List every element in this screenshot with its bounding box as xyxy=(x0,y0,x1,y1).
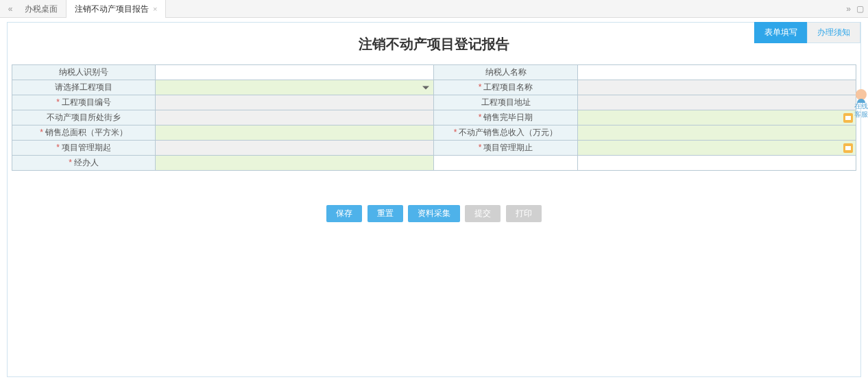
field-sale-done-date[interactable] xyxy=(577,110,856,125)
tab-current[interactable]: 注销不动产项目报告 × xyxy=(67,0,166,18)
tab-desktop[interactable]: 办税桌面 xyxy=(16,0,67,18)
input-total-revenue[interactable] xyxy=(578,125,856,140)
online-help-label: 在线客服 xyxy=(854,102,868,118)
label-total-area: *销售总面积（平方米） xyxy=(12,125,156,141)
label-period-start: *项目管理期起 xyxy=(12,141,156,156)
field-total-revenue[interactable] xyxy=(577,125,856,141)
field-select-project[interactable] xyxy=(156,80,434,95)
input-project-no xyxy=(156,95,433,110)
label-select-project: 请选择工程项目 xyxy=(12,80,156,95)
field-project-no xyxy=(156,95,434,110)
close-icon[interactable]: × xyxy=(153,0,157,18)
field-project-name xyxy=(577,80,856,95)
page-title: 注销不动产项目登记报告 xyxy=(8,23,860,64)
input-project-name xyxy=(578,80,856,95)
input-period-start xyxy=(156,141,433,155)
label-total-revenue: *不动产销售总收入（万元） xyxy=(434,125,577,141)
field-empty xyxy=(577,156,856,171)
save-button[interactable]: 保存 xyxy=(326,205,362,222)
input-taxpayer-name xyxy=(578,65,856,80)
tabs-scroll-left-icon[interactable]: « xyxy=(4,4,16,14)
field-total-area[interactable] xyxy=(156,125,434,141)
online-help[interactable]: 在线客服 xyxy=(854,89,868,119)
label-project-addr: 工程项目地址 xyxy=(434,95,577,110)
print-button: 打印 xyxy=(506,205,542,222)
label-taxpayer-id: 纳税人识别号 xyxy=(12,65,156,80)
field-taxpayer-id xyxy=(156,65,434,80)
input-select-project[interactable] xyxy=(156,80,433,95)
help-avatar-icon xyxy=(856,89,867,100)
chevron-down-icon[interactable] xyxy=(422,86,429,89)
reset-button[interactable]: 重置 xyxy=(367,205,403,222)
collect-button[interactable]: 资料采集 xyxy=(408,205,460,222)
tabs-scroll-right-icon[interactable]: » xyxy=(846,4,851,14)
label-period-end: *项目管理期止 xyxy=(434,141,577,156)
calendar-icon[interactable] xyxy=(843,143,853,153)
field-operator[interactable] xyxy=(156,156,434,171)
input-sale-done-date[interactable] xyxy=(578,110,856,125)
tab-current-label: 注销不动产项目报告 xyxy=(75,0,149,18)
window-control-icon[interactable]: ▢ xyxy=(856,4,864,14)
field-taxpayer-name xyxy=(577,65,856,80)
label-taxpayer-name: 纳税人名称 xyxy=(434,65,577,80)
label-project-name: *工程项目名称 xyxy=(434,80,577,95)
field-street xyxy=(156,110,434,125)
field-project-addr xyxy=(577,95,856,110)
input-period-end[interactable] xyxy=(578,141,856,155)
label-project-no: *工程项目编号 xyxy=(12,95,156,110)
input-taxpayer-id xyxy=(156,65,433,80)
field-period-start xyxy=(156,141,434,156)
submit-button: 提交 xyxy=(465,205,501,222)
input-operator[interactable] xyxy=(156,156,433,170)
form-table: 纳税人识别号 纳税人名称 请选择工程项目 *工程项目名称 *工程项目编号 工程项… xyxy=(12,64,856,171)
label-operator: *经办人 xyxy=(12,156,156,171)
input-project-addr xyxy=(578,95,856,110)
input-street xyxy=(156,110,433,125)
top-tab-notice[interactable]: 办理须知 xyxy=(807,22,860,43)
top-tab-fill-label: 表单填写 xyxy=(764,27,797,37)
top-tab-notice-label: 办理须知 xyxy=(817,27,850,37)
label-empty xyxy=(434,156,577,171)
top-tab-form-fill[interactable]: 表单填写 xyxy=(754,22,808,43)
field-period-end[interactable] xyxy=(577,141,856,156)
calendar-icon[interactable] xyxy=(843,113,853,123)
input-total-area[interactable] xyxy=(156,125,433,140)
tab-desktop-label: 办税桌面 xyxy=(25,0,58,18)
label-street: 不动产项目所处街乡 xyxy=(12,110,156,125)
label-sale-done-date: *销售完毕日期 xyxy=(434,110,577,125)
